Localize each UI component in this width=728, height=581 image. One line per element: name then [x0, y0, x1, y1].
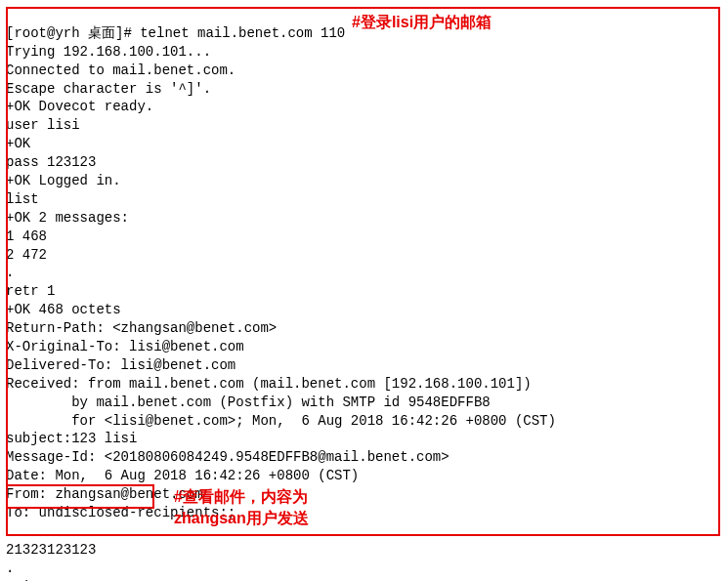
terminal-line: Trying 192.168.100.101... — [6, 44, 211, 60]
terminal-line: +OK 468 octets — [6, 302, 121, 317]
terminal-line: Escape character is '^]'. — [6, 81, 211, 97]
terminal-line: . — [6, 265, 14, 280]
terminal-line: . — [6, 560, 14, 576]
terminal-line: X-Original-To: lisi@benet.com — [6, 339, 244, 354]
annotation-login: #登录lisi用户的邮箱 — [352, 12, 492, 33]
terminal-line: +OK Dovecot ready. — [6, 99, 153, 114]
terminal-line: by mail.benet.com (Postfix) with SMTP id… — [6, 394, 491, 410]
terminal-line: subject:123 lisi — [6, 431, 137, 446]
annotation-view-line1: #查看邮件，内容为 — [174, 488, 308, 505]
terminal-line: 21323123123 — [6, 542, 96, 558]
annotation-view-line2: zhangsan用户发送 — [174, 510, 309, 526]
terminal-line: Date: Mon, 6 Aug 2018 16:42:26 +0800 (CS… — [6, 468, 359, 483]
terminal-line: pass 123123 — [6, 154, 96, 170]
annotation-view: #查看邮件，内容为 zhangsan用户发送 — [174, 486, 309, 530]
terminal-line: 2 472 — [6, 247, 47, 263]
terminal-line: retr 1 — [6, 283, 55, 299]
terminal-line: user lisi — [6, 117, 80, 133]
terminal-line: Connected to mail.benet.com. — [6, 62, 236, 78]
terminal-line: [root@yrh 桌面]# telnet mail.benet.com 110 — [6, 25, 345, 41]
terminal-line: +OK Logged in. — [6, 173, 121, 188]
terminal-line: Message-Id: <20180806084249.9548EDFFB8@m… — [6, 449, 450, 465]
terminal-line: 1 468 — [6, 228, 47, 244]
terminal-output: [root@yrh 桌面]# telnet mail.benet.com 110… — [6, 6, 722, 581]
terminal-line: +OK — [6, 136, 30, 151]
terminal-line: Return-Path: <zhangsan@benet.com> — [6, 320, 277, 336]
terminal-line: list — [6, 191, 39, 207]
terminal-line: Delivered-To: lisi@benet.com — [6, 357, 236, 373]
terminal-line: +OK 2 messages: — [6, 210, 129, 226]
terminal-line: for <lisi@benet.com>; Mon, 6 Aug 2018 16… — [6, 413, 556, 429]
terminal-line: Received: from mail.benet.com (mail.bene… — [6, 376, 532, 392]
